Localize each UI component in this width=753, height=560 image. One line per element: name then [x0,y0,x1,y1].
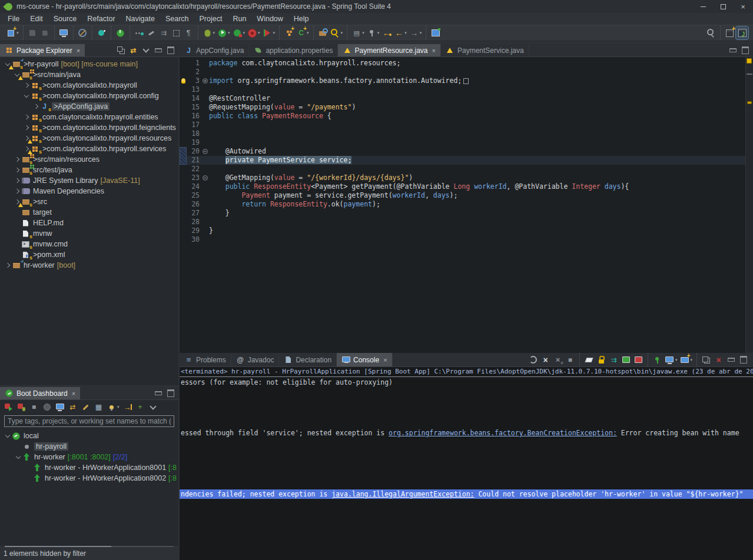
tree-item-hr-payroll[interactable]: hr-payroll [0,441,178,452]
expander-icon[interactable] [13,179,21,182]
word-wrap-button[interactable]: ⇉ [608,354,620,366]
close-icon[interactable]: × [72,390,75,397]
boot-dashboard-tree[interactable]: localhr-payrollhr-worker[:8001 :8002][2/… [0,428,178,546]
tab-javadoc[interactable]: Javadoc [231,353,280,366]
tree-item-appconfig-java[interactable]: s> AppConfig.java [0,101,178,112]
maximize-view-button[interactable] [164,387,177,400]
menu-item-navigate[interactable]: Navigate [121,14,160,24]
maximize-button[interactable] [713,0,733,13]
tree-item-src-test-java[interactable]: ssrc/test/java [0,165,178,175]
minimize-button[interactable] [693,0,713,13]
scroll-lock-button[interactable] [595,354,608,366]
code-editor[interactable]: 1package com.claytoncalixto.hrpayroll.re… [180,57,753,353]
expander-icon[interactable] [13,168,21,172]
close-icon[interactable]: × [432,47,436,54]
minimize-view-button[interactable] [727,44,739,57]
tree-item-com-claytoncalixto-hrpayroll-config[interactable]: s> com.claytoncalixto.hrpayroll.config [0,91,178,101]
display-console-button[interactable]: ▾ [664,354,679,366]
save-all-button[interactable] [39,26,51,39]
menu-item-source[interactable]: Source [48,14,82,24]
debug-restart-button[interactable] [15,401,27,414]
new-class-button[interactable]: ▾ [295,26,310,39]
close-icon[interactable]: × [77,47,80,54]
overview-ruler[interactable] [745,57,753,353]
warning-overview-icon[interactable] [747,58,752,64]
tree-item-hr-payroll[interactable]: sJ> hr-payroll[boot] [ms-course main] [0,59,178,69]
scrollbar-thumb[interactable] [747,74,752,75]
tree-item-hr-worker[interactable]: Jhr-worker[boot] [0,260,178,271]
package-explorer-tree[interactable]: sJ> hr-payroll[boot] [ms-course main]s> … [0,57,178,385]
expander-icon[interactable] [22,126,30,129]
add-launch-button[interactable]: + [134,401,147,414]
open-perspective-button[interactable] [724,26,736,39]
spring-boot-button[interactable] [114,26,127,39]
open-new-view-button[interactable] [700,354,712,366]
tab-console[interactable]: Console× [337,353,392,366]
new-java-project-button[interactable] [283,26,295,39]
expander-icon[interactable] [4,264,11,267]
goto-button[interactable] [121,401,134,414]
search-button[interactable]: ▾ [329,26,344,39]
save-button[interactable] [26,26,39,39]
clear-console-button[interactable] [583,354,595,366]
external-tools-button[interactable]: ▾ [350,26,366,39]
expander-icon[interactable] [22,115,30,119]
fold-collapse-icon[interactable]: − [203,175,208,181]
menu-item-file[interactable]: File [2,14,25,24]
refresh-button[interactable] [527,354,539,366]
terminate-button[interactable]: ▾ [246,26,261,39]
last-edit-location-button[interactable] [380,26,393,39]
maximize-view-button[interactable] [739,44,751,57]
tree-item-com-claytoncalixto-hrpayroll[interactable]: s> com.claytoncalixto.hrpayroll [0,80,178,91]
minimize-view-button[interactable] [152,44,164,57]
collapsed-code-icon[interactable] [463,78,469,84]
console-output[interactable]: essors (for example: not eligible for au… [180,377,753,560]
warning-marker-icon[interactable] [747,101,752,104]
tab-paymentservice-java[interactable]: PaymentService.java [441,44,529,56]
close-icon[interactable]: × [383,356,387,364]
link-with-editor-button[interactable] [127,44,140,57]
restart-button[interactable]: ⇄ [67,401,79,414]
pause-button[interactable] [41,401,53,414]
tree-item-src-main-java[interactable]: s> src/main/java [0,69,178,80]
tree-item-hr-worker[interactable]: hr-worker[:8001 :8002][2/2] [0,452,178,462]
boot-dashboard-tab[interactable]: Boot Dashboard × [0,387,80,399]
view-menu-button[interactable] [140,44,152,57]
tab-application-properties[interactable]: application.properties [249,44,338,56]
open-properties-button[interactable]: ▦ [92,401,105,414]
stop-button[interactable]: ■ [564,354,576,366]
wrap-button[interactable]: ⇉ [158,26,170,39]
collapse-all-button[interactable] [115,44,127,57]
open-console-button[interactable] [58,26,70,39]
package-explorer-tab[interactable]: Package Explorer × [0,44,85,56]
expander-icon[interactable] [22,95,30,97]
menu-item-search[interactable]: Search [160,14,194,24]
tree-item-com-claytoncalixto-hrpayroll-entities[interactable]: scom.claytoncalixto.hrpayroll.entities [0,112,178,122]
run-external-tool-button[interactable] [133,26,145,39]
menu-item-project[interactable]: Project [194,14,228,24]
pin-editor-button[interactable]: ▾ [366,26,381,39]
expander-icon[interactable] [22,84,30,87]
tree-item-target[interactable]: target [0,207,178,218]
tree-item-local[interactable]: local [0,431,178,441]
tab-declaration[interactable]: Declaration [279,353,337,366]
expander-icon[interactable] [4,435,11,437]
quick-access-search-button[interactable] [705,26,717,39]
view-menu-button[interactable] [147,401,160,414]
back-button[interactable]: ▾ [393,26,408,39]
menu-item-refactor[interactable]: Refactor [82,14,120,24]
tree-item-pom-xml[interactable]: s> pom.xml [0,249,178,260]
open-console-button[interactable] [54,401,66,414]
stop-restart-button[interactable] [2,401,14,414]
new-button[interactable]: ▾ [5,26,20,39]
fold-expand-icon[interactable]: + [203,78,208,84]
tab-problems[interactable]: Problems [180,353,231,366]
tree-item-mvnw[interactable]: smvnw [0,228,178,239]
forward-button[interactable]: ▾ [408,26,423,39]
tag-filter-button[interactable]: ▾ [105,401,121,414]
fold-collapse-icon[interactable]: − [203,149,208,154]
menu-item-run[interactable]: Run [227,14,251,24]
tree-item-com-claytoncalixto-hrpayroll-services[interactable]: s> com.claytoncalixto.hrpayroll.services [0,144,178,154]
block-selection-button[interactable] [170,26,183,39]
devtools-button[interactable] [95,26,108,39]
